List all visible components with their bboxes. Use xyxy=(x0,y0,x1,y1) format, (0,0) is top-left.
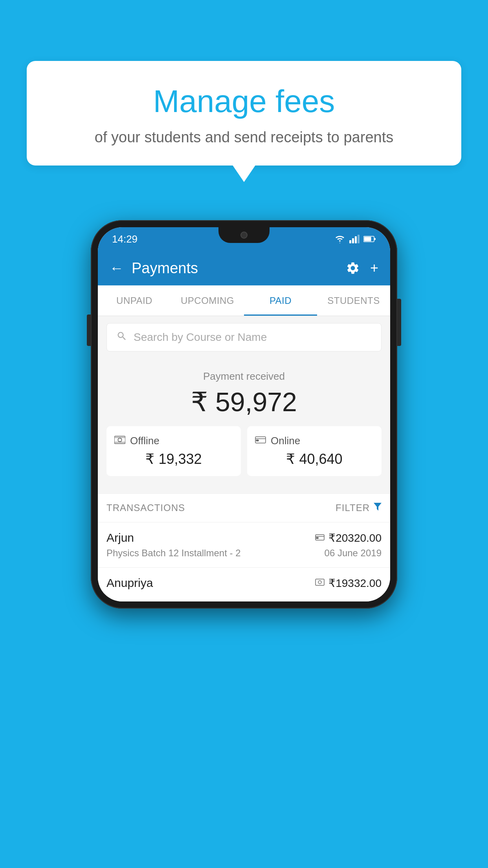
transactions-header: TRANSACTIONS FILTER xyxy=(98,493,390,522)
phone-screen: 14:29 xyxy=(98,227,390,601)
bubble-title: Manage fees xyxy=(50,83,438,120)
svg-rect-17 xyxy=(316,579,324,585)
phone-outer: 14:29 xyxy=(91,220,397,609)
camera xyxy=(240,232,248,239)
cash-icon xyxy=(114,435,125,447)
transaction-name-2: Anupriya xyxy=(106,576,153,590)
transaction-payment-icon-2 xyxy=(315,577,325,588)
tab-bar: UNPAID UPCOMING PAID STUDENTS xyxy=(98,285,390,316)
filter-wrap[interactable]: FILTER xyxy=(336,502,382,513)
tab-upcoming[interactable]: UPCOMING xyxy=(171,285,244,316)
signal-icon xyxy=(349,235,360,243)
transactions-label: TRANSACTIONS xyxy=(106,502,185,513)
search-placeholder-text: Search by Course or Name xyxy=(134,331,267,344)
transaction-date-1: 06 June 2019 xyxy=(325,548,382,559)
notch xyxy=(218,227,270,243)
svg-rect-0 xyxy=(349,240,351,243)
transaction-course-1: Physics Batch 12 Installment - 2 xyxy=(106,548,240,559)
transaction-row[interactable]: Arjun ₹20320.00 xyxy=(98,522,390,567)
search-container: Search by Course or Name xyxy=(98,316,390,359)
offline-card-top: Offline xyxy=(114,435,233,447)
payment-summary: Payment received ₹ 59,972 xyxy=(98,359,390,493)
wifi-icon xyxy=(334,235,345,243)
back-button[interactable]: ← xyxy=(110,260,124,276)
payment-cards: Offline ₹ 19,332 xyxy=(106,426,382,485)
status-time: 14:29 xyxy=(112,233,138,245)
offline-amount: ₹ 19,332 xyxy=(114,451,233,467)
transaction-amount-2: ₹19332.00 xyxy=(328,577,382,590)
battery-icon xyxy=(363,235,376,243)
online-card: Online ₹ 40,640 xyxy=(247,426,382,476)
tab-paid[interactable]: PAID xyxy=(244,285,317,316)
bubble-subtitle: of your students and send receipts to pa… xyxy=(50,129,438,146)
app-bar: ← Payments + xyxy=(98,251,390,285)
svg-rect-16 xyxy=(316,537,318,539)
offline-label: Offline xyxy=(130,435,160,447)
svg-marker-13 xyxy=(374,503,382,511)
transaction-amount-wrap-2: ₹19332.00 xyxy=(315,577,382,590)
online-label: Online xyxy=(271,435,300,447)
offline-card: Offline ₹ 19,332 xyxy=(106,426,241,476)
svg-rect-2 xyxy=(355,236,357,243)
tab-students[interactable]: STUDENTS xyxy=(317,285,390,316)
svg-point-7 xyxy=(118,438,121,441)
filter-icon xyxy=(374,503,382,513)
transaction-name-1: Arjun xyxy=(106,531,134,544)
card-icon xyxy=(255,436,266,447)
search-box[interactable]: Search by Course or Name xyxy=(106,323,382,351)
svg-rect-6 xyxy=(114,436,125,443)
search-icon xyxy=(116,331,127,344)
transaction-top-1: Arjun ₹20320.00 xyxy=(106,531,382,544)
online-card-top: Online xyxy=(255,435,374,447)
transaction-top-2: Anupriya ₹19332.00 xyxy=(106,576,382,590)
settings-icon[interactable] xyxy=(346,261,360,275)
speech-bubble: Manage fees of your students and send re… xyxy=(27,61,461,166)
phone-mockup: 14:29 xyxy=(91,220,397,609)
add-icon[interactable]: + xyxy=(370,260,378,276)
transaction-row-2[interactable]: Anupriya ₹19332.00 xyxy=(98,567,390,601)
payment-received-label: Payment received xyxy=(106,370,382,383)
app-bar-title: Payments xyxy=(132,260,346,277)
transaction-bottom-1: Physics Batch 12 Installment - 2 06 June… xyxy=(106,548,382,559)
status-icons xyxy=(334,235,376,243)
transaction-payment-icon-1 xyxy=(315,532,325,543)
svg-rect-12 xyxy=(256,440,259,441)
svg-rect-3 xyxy=(358,235,360,243)
svg-rect-1 xyxy=(352,238,354,243)
status-bar: 14:29 xyxy=(98,227,390,251)
online-amount: ₹ 40,640 xyxy=(255,451,374,467)
svg-rect-5 xyxy=(364,237,371,241)
filter-label: FILTER xyxy=(336,502,370,513)
transaction-amount-wrap-1: ₹20320.00 xyxy=(315,531,382,544)
transaction-amount-1: ₹20320.00 xyxy=(328,531,382,544)
app-bar-actions: + xyxy=(346,260,378,276)
tab-unpaid[interactable]: UNPAID xyxy=(98,285,171,316)
svg-point-18 xyxy=(318,581,321,584)
payment-total-amount: ₹ 59,972 xyxy=(106,386,382,417)
